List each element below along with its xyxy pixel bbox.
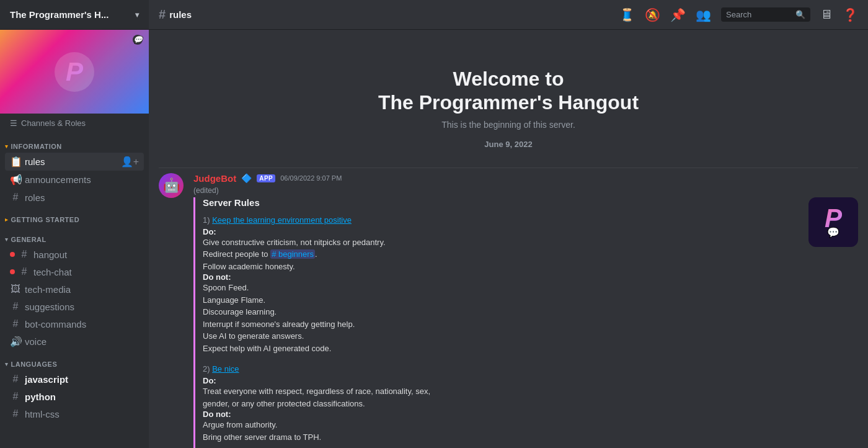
- rule-1-link[interactable]: Keep the learning environment positive: [212, 215, 352, 225]
- chevron-down-icon: ▾: [135, 11, 139, 19]
- rule-2: 2) Be nice Do: Treat everyone with respe…: [203, 364, 799, 443]
- collapse-icon: ▸: [5, 217, 9, 223]
- channel-name: bot-commands: [25, 319, 86, 329]
- category-label: GETTING STARTED: [11, 216, 80, 223]
- bot-verified-icon: 🔷: [241, 173, 252, 183]
- channel-voice[interactable]: 🔊 voice: [5, 333, 144, 351]
- rule-1-do-label: Do:: [203, 227, 799, 236]
- edited-label: (edited): [193, 186, 858, 195]
- rule-2-donot-text: Argue from authority. Bring other server…: [203, 419, 799, 443]
- channel-mention[interactable]: # beginners: [270, 249, 315, 259]
- members-icon[interactable]: 👥: [696, 7, 711, 22]
- inbox-icon[interactable]: 🖥: [820, 7, 833, 22]
- messages-area[interactable]: Welcome to The Programmer's Hangout This…: [149, 30, 868, 448]
- category-general[interactable]: ▾ GENERAL: [0, 226, 149, 246]
- list-icon: ☰: [10, 119, 17, 128]
- channel-name: rules: [25, 156, 45, 167]
- main-content: # rules 🧵 🔕 📌 👥 Search 🔍 🖥 ❓ Welcome to …: [149, 0, 868, 448]
- pin-icon[interactable]: 📌: [670, 7, 686, 22]
- category-label: LANGUAGES: [11, 361, 58, 368]
- app-badge: APP: [257, 174, 275, 182]
- hash-icon: #: [10, 391, 21, 402]
- category-languages[interactable]: ▾ LANGUAGES: [0, 351, 149, 370]
- hash-icon: #: [10, 301, 21, 312]
- collapse-icon: ▾: [5, 361, 9, 367]
- channel-tech-media[interactable]: 🖼 tech-media: [5, 280, 144, 298]
- threads-icon[interactable]: 🧵: [619, 7, 635, 22]
- rule-2-donot-label: Do not:: [203, 410, 799, 419]
- welcome-section: Welcome to The Programmer's Hangout This…: [149, 30, 868, 168]
- search-icon: 🔍: [795, 10, 805, 19]
- rule-2-header: 2) Be nice: [203, 364, 799, 374]
- channel-hangout[interactable]: # hangout: [5, 246, 144, 263]
- channel-python[interactable]: # python: [5, 388, 144, 405]
- channel-name: hangout: [33, 249, 67, 260]
- rules-title: Server Rules: [203, 197, 799, 208]
- voice-icon: 🔊: [10, 336, 21, 347]
- username: JudgeBot: [193, 173, 236, 184]
- message-content: JudgeBot 🔷 APP 06/09/2022 9:07 PM (edite…: [193, 173, 858, 448]
- message-header: JudgeBot 🔷 APP 06/09/2022 9:07 PM: [193, 173, 858, 184]
- server-logo-image: P 💬: [808, 197, 858, 247]
- rule-1-donot-text: Spoon Feed. Language Flame. Discourage l…: [203, 282, 799, 354]
- rules-text: Server Rules 1) Keep the learning enviro…: [193, 197, 799, 448]
- help-icon[interactable]: ❓: [843, 7, 858, 22]
- channel-name: tech-chat: [33, 267, 72, 277]
- media-icon: 🖼: [10, 284, 21, 295]
- category-information[interactable]: ▾ INFORMATION: [0, 133, 149, 153]
- channel-sidebar: The Programmer's H... ▾ P 💬 ☰ Channels &…: [0, 0, 149, 448]
- category-getting-started[interactable]: ▸ GETTING STARTED: [0, 206, 149, 226]
- channel-tech-chat[interactable]: # tech-chat: [5, 263, 144, 280]
- avatar: 🤖: [159, 173, 184, 198]
- channel-announcements[interactable]: 📢 announcements: [5, 171, 144, 189]
- hash-icon: #: [10, 192, 21, 203]
- welcome-date: June 9, 2022: [161, 140, 856, 149]
- rule-2-do-text: Treat everyone with respect, regardless …: [203, 385, 799, 410]
- hash-icon: #: [10, 408, 21, 419]
- channel-suggestions[interactable]: # suggestions: [5, 298, 144, 315]
- hash-icon: #: [159, 7, 166, 22]
- category-label: INFORMATION: [11, 143, 62, 150]
- speech-bubble-icon: 💬: [827, 226, 839, 238]
- channel-name: javascript: [25, 374, 68, 385]
- channel-html-css[interactable]: # html-css: [5, 405, 144, 423]
- rule-1: 1) Keep the learning environment positiv…: [203, 215, 799, 355]
- rules-icon: 📋: [10, 156, 21, 168]
- rule-1-donot-label: Do not:: [203, 272, 799, 282]
- hash-icon: #: [10, 374, 21, 385]
- collapse-icon: ▾: [5, 143, 9, 150]
- channels-roles-button[interactable]: ☰ Channels & Roles: [0, 114, 149, 133]
- topbar: # rules 🧵 🔕 📌 👥 Search 🔍 🖥 ❓: [149, 0, 868, 30]
- hash-icon: #: [10, 318, 21, 329]
- rule-2-link[interactable]: Be nice: [212, 364, 239, 374]
- search-placeholder: Search: [726, 10, 792, 19]
- server-logo: P 💬: [55, 52, 94, 92]
- announcements-icon: 📢: [10, 174, 21, 186]
- search-bar[interactable]: Search 🔍: [721, 7, 810, 22]
- topbar-icons: 🧵 🔕 📌 👥 Search 🔍 🖥 ❓: [619, 7, 858, 22]
- channel-javascript[interactable]: # javascript: [5, 370, 144, 388]
- welcome-subtitle: This is the beginning of this server.: [161, 120, 856, 130]
- rule-1-do-text: Give constructive criticism, not nitpick…: [203, 236, 799, 273]
- add-member-icon[interactable]: 👤+: [121, 156, 139, 168]
- channels-roles-label: Channels & Roles: [21, 119, 86, 128]
- channel-bot-commands[interactable]: # bot-commands: [5, 315, 144, 333]
- server-header[interactable]: The Programmer's H... ▾: [0, 0, 149, 30]
- message-body: Server Rules 1) Keep the learning enviro…: [193, 197, 858, 448]
- rule-2-do-label: Do:: [203, 376, 799, 385]
- channel-name: suggestions: [25, 302, 74, 312]
- channel-name: html-css: [25, 409, 60, 419]
- channel-rules[interactable]: 📋 rules 👤+: [5, 153, 144, 171]
- topbar-channel-name: # rules: [159, 7, 192, 22]
- channel-name: python: [25, 392, 56, 402]
- mute-icon[interactable]: 🔕: [645, 7, 660, 22]
- channel-roles[interactable]: # roles: [5, 189, 144, 206]
- collapse-icon: ▾: [5, 236, 9, 243]
- channel-name: roles: [25, 192, 45, 203]
- hash-icon: #: [19, 266, 30, 277]
- hash-icon: #: [19, 249, 30, 260]
- channel-name: tech-media: [25, 284, 71, 295]
- bot-avatar-icon: 🤖: [163, 177, 180, 194]
- timestamp: 06/09/2022 9:07 PM: [280, 174, 342, 182]
- server-name: The Programmer's H...: [10, 9, 108, 20]
